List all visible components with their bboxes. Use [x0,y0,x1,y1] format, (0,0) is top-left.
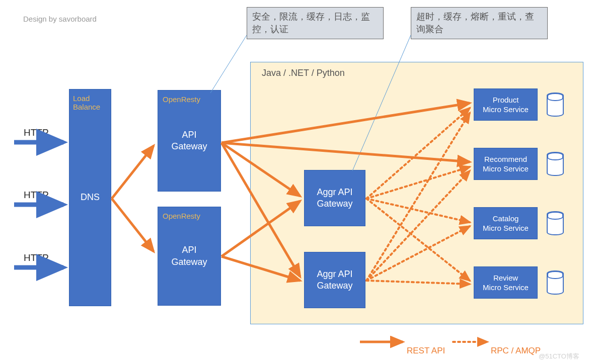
http-label-1: HTTP [24,190,49,201]
legend-dotted-label: RPC / AMQP [491,346,541,356]
service-box-0: Product Micro Service [474,88,538,121]
api-gateway-box-0: API Gateway [158,90,221,192]
annotation-aggr-text: 超时，缓存，熔断，重试，查询聚合 [416,12,534,34]
service-line1-2: Catalog [493,214,519,224]
api-gateway-label-0: OpenResty [163,95,200,104]
api-gateway-title-line2-0: Gateway [171,141,207,152]
aggr-api-gateway-box-0: Aggr API Gateway [304,170,365,226]
annotation-gateway: 安全，限流，缓存，日志，监控，认证 [247,7,384,39]
aggr-api-gateway-box-1: Aggr API Gateway [304,252,365,308]
service-line2-3: Micro Service [483,283,529,293]
db-cylinder-0 [547,93,564,117]
watermark: @51CTO博客 [539,352,579,361]
api-gateway-box-1: API Gateway [158,207,221,306]
aggr-line2-0: Gateway [317,198,352,210]
api-gateway-title-line2-1: Gateway [171,256,207,268]
service-line1-1: Recommend [484,154,527,164]
runtime-container-title: Java / .NET / Python [262,68,345,78]
annotation-gateway-text: 安全，限流，缓存，日志，监控，认证 [252,12,370,34]
aggr-line1-0: Aggr API [317,187,352,198]
service-box-2: Catalog Micro Service [474,207,538,239]
service-line1-3: Review [493,273,518,283]
service-line2-2: Micro Service [483,223,529,233]
service-box-3: Review Micro Service [474,266,538,299]
service-line2-0: Micro Service [483,105,529,115]
service-box-1: Recommend Micro Service [474,148,538,180]
svg-line-0 [210,35,247,93]
aggr-line1-1: Aggr API [317,268,352,280]
aggr-line2-1: Gateway [317,280,352,292]
service-line2-1: Micro Service [483,164,529,174]
db-cylinder-3 [547,270,564,295]
service-line1-0: Product [493,95,519,105]
api-gateway-title-line1-0: API [182,129,196,141]
db-cylinder-2 [547,211,564,235]
api-gateway-label-1: OpenResty [163,212,200,220]
svg-line-6 [112,199,154,251]
api-gateway-title-line1-1: API [182,244,196,256]
db-cylinder-1 [547,152,564,176]
http-label-2: HTTP [24,252,49,263]
dns-title: DNS [81,192,100,203]
http-label-0: HTTP [24,127,49,138]
legend-solid-label: REST API [407,346,445,356]
dns-label: Load Balance [73,94,100,111]
annotation-aggr: 超时，缓存，熔断，重试，查询聚合 [411,7,548,39]
design-by-label: Design by savorboard [23,15,97,23]
svg-line-5 [112,146,154,199]
dns-box: DNS [69,89,111,306]
